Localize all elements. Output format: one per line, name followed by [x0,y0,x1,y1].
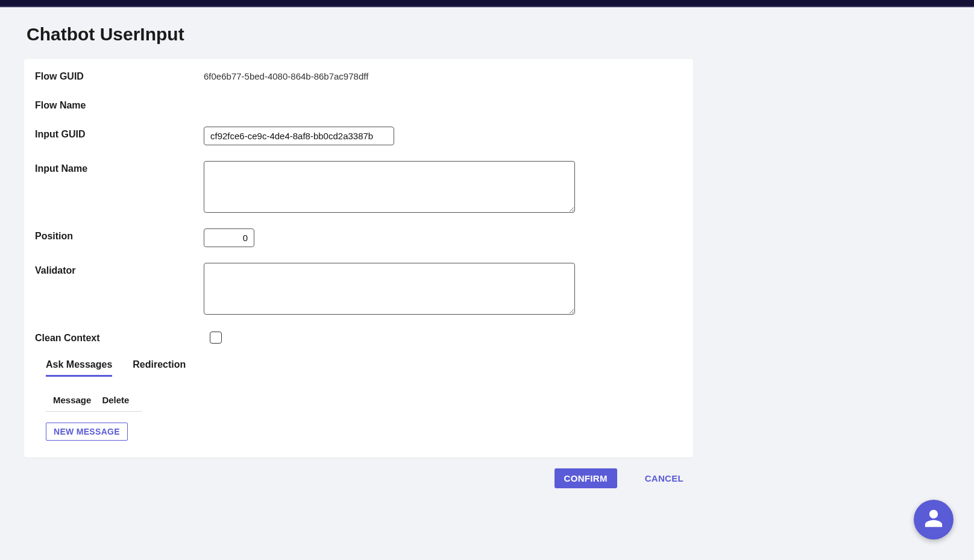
input-name-field[interactable] [204,161,575,213]
confirm-button[interactable]: CONFIRM [555,468,617,488]
new-message-button[interactable]: NEW MESSAGE [46,423,128,441]
page-title: Chatbot UserInput [27,24,950,45]
ask-messages-table-head: Message Delete [46,395,142,412]
action-bar: CONFIRM CANCEL [24,468,693,488]
value-flow-guid: 6f0e6b77-5bed-4080-864b-86b7ac978dff [204,69,368,81]
label-position: Position [35,228,204,242]
label-validator: Validator [35,263,204,276]
col-delete: Delete [102,395,129,405]
tab-redirection[interactable]: Redirection [133,359,186,377]
label-flow-name: Flow Name [35,98,204,111]
clean-context-checkbox[interactable] [210,332,222,344]
top-bar [0,0,974,7]
label-clean-context: Clean Context [35,330,204,344]
input-guid-field[interactable] [204,127,394,145]
tabs: Ask Messages Redirection [35,359,682,377]
tab-ask-messages[interactable]: Ask Messages [46,359,112,377]
cancel-button[interactable]: CANCEL [635,468,693,488]
position-field[interactable] [204,228,254,247]
col-message: Message [53,395,91,405]
form-card: Flow GUID 6f0e6b77-5bed-4080-864b-86b7ac… [24,59,693,458]
label-flow-guid: Flow GUID [35,69,204,82]
tab-content-ask-messages: Message Delete NEW MESSAGE [35,377,682,441]
validator-field[interactable] [204,263,575,315]
label-input-name: Input Name [35,161,204,174]
label-input-guid: Input GUID [35,127,204,140]
